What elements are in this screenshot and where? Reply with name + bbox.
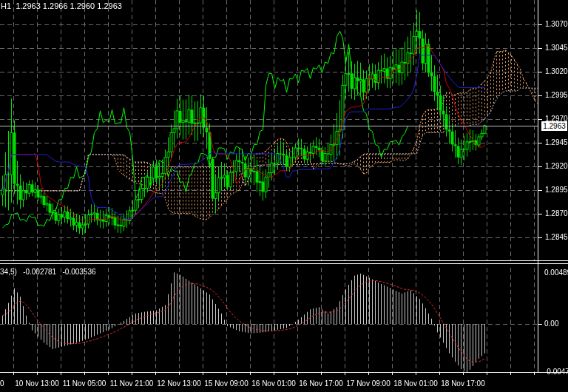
price-axis-label: 1.2870	[545, 209, 568, 218]
date-label: 16 Nov 01:00	[247, 379, 300, 388]
price-axis-label: 1.2895	[545, 186, 568, 195]
date-label: 17 Nov 09:00	[342, 379, 395, 388]
chart-ohlc-header: H1 1.2963 1.2966 1.2960 1.2963	[1, 1, 122, 10]
indicator-axis-label: 0.00489	[544, 268, 568, 277]
date-label: 10 Nov 13:00	[10, 379, 64, 388]
date-label: 16 Nov 17:00	[294, 379, 348, 388]
date-label: 11 Nov 21:00	[105, 379, 158, 388]
date-label-clipped: 0	[0, 379, 4, 388]
date-label: 18 Nov 01:00	[389, 379, 442, 388]
date-label: 12 Nov 13:00	[152, 379, 206, 388]
price-axis-label: 1.3045	[545, 44, 568, 53]
mt4-chart-window: H1 1.2963 1.2966 1.2960 1.2963 34,5) -0.…	[0, 0, 568, 392]
price-axis-label: 1.2845	[545, 233, 568, 242]
price-axis-label: 1.2945	[545, 138, 568, 147]
macd-indicator-header: 34,5) -0.002781 -0.003536	[0, 268, 96, 277]
price-axis-label: 1.2920	[545, 162, 568, 171]
price-axis-label: 1.3020	[545, 67, 568, 76]
date-label: 18 Nov 17:00	[436, 379, 490, 388]
indicator-axis-label: 0.00	[544, 320, 558, 328]
price-chart-canvas[interactable]	[0, 0, 568, 392]
price-axis-label: 1.2970	[545, 115, 568, 124]
price-axis-label: 1.3070	[545, 20, 568, 29]
date-label: 15 Nov 09:00	[200, 379, 253, 388]
indicator-axis-label: -0.0047	[544, 368, 568, 376]
price-axis-label: 1.2995	[545, 91, 568, 100]
date-label: 11 Nov 05:00	[58, 379, 111, 388]
